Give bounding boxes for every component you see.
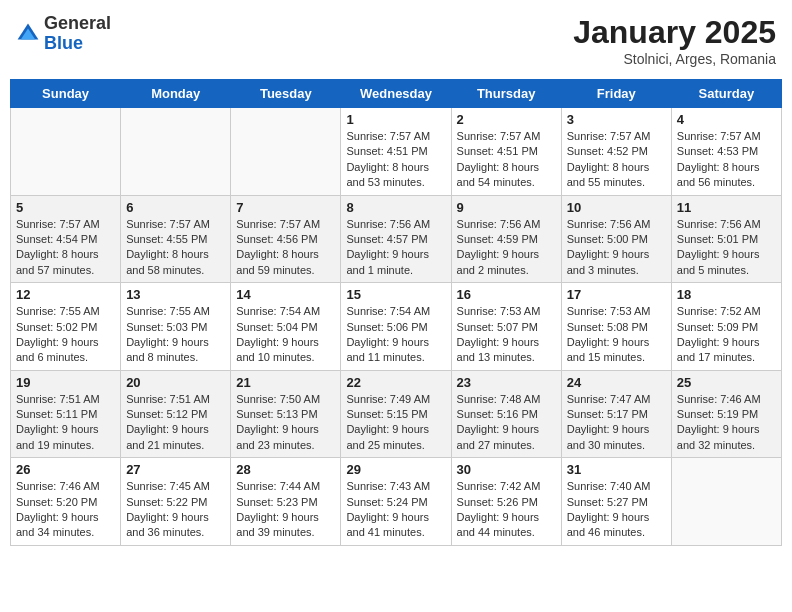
logo-general: General (44, 14, 111, 34)
day-number: 15 (346, 287, 445, 302)
cell-content: Sunrise: 7:46 AMSunset: 5:20 PMDaylight:… (16, 479, 115, 541)
calendar-cell: 12Sunrise: 7:55 AMSunset: 5:02 PMDayligh… (11, 283, 121, 371)
logo-text: General Blue (44, 14, 111, 54)
calendar-cell: 6Sunrise: 7:57 AMSunset: 4:55 PMDaylight… (121, 195, 231, 283)
day-number: 21 (236, 375, 335, 390)
logo-icon (16, 22, 40, 46)
day-number: 8 (346, 200, 445, 215)
cell-content: Sunrise: 7:52 AMSunset: 5:09 PMDaylight:… (677, 304, 776, 366)
day-number: 2 (457, 112, 556, 127)
calendar-cell (231, 108, 341, 196)
cell-content: Sunrise: 7:48 AMSunset: 5:16 PMDaylight:… (457, 392, 556, 454)
day-number: 9 (457, 200, 556, 215)
weekday-header-friday: Friday (561, 80, 671, 108)
logo: General Blue (16, 14, 111, 54)
calendar-cell (11, 108, 121, 196)
cell-content: Sunrise: 7:44 AMSunset: 5:23 PMDaylight:… (236, 479, 335, 541)
day-number: 7 (236, 200, 335, 215)
day-number: 10 (567, 200, 666, 215)
calendar-cell: 10Sunrise: 7:56 AMSunset: 5:00 PMDayligh… (561, 195, 671, 283)
day-number: 27 (126, 462, 225, 477)
page-subtitle: Stolnici, Arges, Romania (573, 51, 776, 67)
title-block: January 2025 Stolnici, Arges, Romania (573, 14, 776, 67)
calendar-cell: 8Sunrise: 7:56 AMSunset: 4:57 PMDaylight… (341, 195, 451, 283)
calendar-cell: 23Sunrise: 7:48 AMSunset: 5:16 PMDayligh… (451, 370, 561, 458)
day-number: 13 (126, 287, 225, 302)
cell-content: Sunrise: 7:57 AMSunset: 4:53 PMDaylight:… (677, 129, 776, 191)
day-number: 11 (677, 200, 776, 215)
calendar-week-row: 1Sunrise: 7:57 AMSunset: 4:51 PMDaylight… (11, 108, 782, 196)
day-number: 14 (236, 287, 335, 302)
cell-content: Sunrise: 7:56 AMSunset: 5:00 PMDaylight:… (567, 217, 666, 279)
day-number: 4 (677, 112, 776, 127)
day-number: 28 (236, 462, 335, 477)
cell-content: Sunrise: 7:47 AMSunset: 5:17 PMDaylight:… (567, 392, 666, 454)
page-header: General Blue January 2025 Stolnici, Arge… (10, 10, 782, 71)
cell-content: Sunrise: 7:57 AMSunset: 4:51 PMDaylight:… (346, 129, 445, 191)
calendar-cell: 13Sunrise: 7:55 AMSunset: 5:03 PMDayligh… (121, 283, 231, 371)
calendar-cell: 15Sunrise: 7:54 AMSunset: 5:06 PMDayligh… (341, 283, 451, 371)
cell-content: Sunrise: 7:45 AMSunset: 5:22 PMDaylight:… (126, 479, 225, 541)
calendar-table: SundayMondayTuesdayWednesdayThursdayFrid… (10, 79, 782, 546)
weekday-header-monday: Monday (121, 80, 231, 108)
cell-content: Sunrise: 7:53 AMSunset: 5:08 PMDaylight:… (567, 304, 666, 366)
cell-content: Sunrise: 7:50 AMSunset: 5:13 PMDaylight:… (236, 392, 335, 454)
cell-content: Sunrise: 7:54 AMSunset: 5:04 PMDaylight:… (236, 304, 335, 366)
weekday-header-thursday: Thursday (451, 80, 561, 108)
calendar-cell: 29Sunrise: 7:43 AMSunset: 5:24 PMDayligh… (341, 458, 451, 546)
calendar-cell: 9Sunrise: 7:56 AMSunset: 4:59 PMDaylight… (451, 195, 561, 283)
cell-content: Sunrise: 7:49 AMSunset: 5:15 PMDaylight:… (346, 392, 445, 454)
calendar-cell: 30Sunrise: 7:42 AMSunset: 5:26 PMDayligh… (451, 458, 561, 546)
cell-content: Sunrise: 7:55 AMSunset: 5:03 PMDaylight:… (126, 304, 225, 366)
cell-content: Sunrise: 7:57 AMSunset: 4:52 PMDaylight:… (567, 129, 666, 191)
calendar-cell: 1Sunrise: 7:57 AMSunset: 4:51 PMDaylight… (341, 108, 451, 196)
calendar-cell: 18Sunrise: 7:52 AMSunset: 5:09 PMDayligh… (671, 283, 781, 371)
calendar-cell: 20Sunrise: 7:51 AMSunset: 5:12 PMDayligh… (121, 370, 231, 458)
calendar-cell: 19Sunrise: 7:51 AMSunset: 5:11 PMDayligh… (11, 370, 121, 458)
day-number: 20 (126, 375, 225, 390)
weekday-header-tuesday: Tuesday (231, 80, 341, 108)
weekday-header-sunday: Sunday (11, 80, 121, 108)
cell-content: Sunrise: 7:51 AMSunset: 5:11 PMDaylight:… (16, 392, 115, 454)
day-number: 19 (16, 375, 115, 390)
calendar-cell: 25Sunrise: 7:46 AMSunset: 5:19 PMDayligh… (671, 370, 781, 458)
calendar-cell: 16Sunrise: 7:53 AMSunset: 5:07 PMDayligh… (451, 283, 561, 371)
calendar-cell: 3Sunrise: 7:57 AMSunset: 4:52 PMDaylight… (561, 108, 671, 196)
cell-content: Sunrise: 7:57 AMSunset: 4:55 PMDaylight:… (126, 217, 225, 279)
calendar-cell: 4Sunrise: 7:57 AMSunset: 4:53 PMDaylight… (671, 108, 781, 196)
day-number: 26 (16, 462, 115, 477)
calendar-cell: 21Sunrise: 7:50 AMSunset: 5:13 PMDayligh… (231, 370, 341, 458)
day-number: 16 (457, 287, 556, 302)
day-number: 23 (457, 375, 556, 390)
cell-content: Sunrise: 7:53 AMSunset: 5:07 PMDaylight:… (457, 304, 556, 366)
calendar-cell: 5Sunrise: 7:57 AMSunset: 4:54 PMDaylight… (11, 195, 121, 283)
day-number: 25 (677, 375, 776, 390)
calendar-cell: 14Sunrise: 7:54 AMSunset: 5:04 PMDayligh… (231, 283, 341, 371)
cell-content: Sunrise: 7:40 AMSunset: 5:27 PMDaylight:… (567, 479, 666, 541)
day-number: 31 (567, 462, 666, 477)
cell-content: Sunrise: 7:56 AMSunset: 4:59 PMDaylight:… (457, 217, 556, 279)
day-number: 1 (346, 112, 445, 127)
cell-content: Sunrise: 7:42 AMSunset: 5:26 PMDaylight:… (457, 479, 556, 541)
page-title: January 2025 (573, 14, 776, 51)
weekday-header-row: SundayMondayTuesdayWednesdayThursdayFrid… (11, 80, 782, 108)
calendar-week-row: 26Sunrise: 7:46 AMSunset: 5:20 PMDayligh… (11, 458, 782, 546)
cell-content: Sunrise: 7:56 AMSunset: 5:01 PMDaylight:… (677, 217, 776, 279)
logo-blue: Blue (44, 34, 111, 54)
calendar-cell: 31Sunrise: 7:40 AMSunset: 5:27 PMDayligh… (561, 458, 671, 546)
weekday-header-saturday: Saturday (671, 80, 781, 108)
cell-content: Sunrise: 7:55 AMSunset: 5:02 PMDaylight:… (16, 304, 115, 366)
calendar-cell: 11Sunrise: 7:56 AMSunset: 5:01 PMDayligh… (671, 195, 781, 283)
calendar-cell: 22Sunrise: 7:49 AMSunset: 5:15 PMDayligh… (341, 370, 451, 458)
calendar-week-row: 19Sunrise: 7:51 AMSunset: 5:11 PMDayligh… (11, 370, 782, 458)
cell-content: Sunrise: 7:43 AMSunset: 5:24 PMDaylight:… (346, 479, 445, 541)
calendar-cell: 27Sunrise: 7:45 AMSunset: 5:22 PMDayligh… (121, 458, 231, 546)
cell-content: Sunrise: 7:54 AMSunset: 5:06 PMDaylight:… (346, 304, 445, 366)
calendar-cell: 28Sunrise: 7:44 AMSunset: 5:23 PMDayligh… (231, 458, 341, 546)
calendar-week-row: 5Sunrise: 7:57 AMSunset: 4:54 PMDaylight… (11, 195, 782, 283)
calendar-cell: 26Sunrise: 7:46 AMSunset: 5:20 PMDayligh… (11, 458, 121, 546)
cell-content: Sunrise: 7:57 AMSunset: 4:56 PMDaylight:… (236, 217, 335, 279)
day-number: 22 (346, 375, 445, 390)
calendar-cell: 17Sunrise: 7:53 AMSunset: 5:08 PMDayligh… (561, 283, 671, 371)
day-number: 30 (457, 462, 556, 477)
